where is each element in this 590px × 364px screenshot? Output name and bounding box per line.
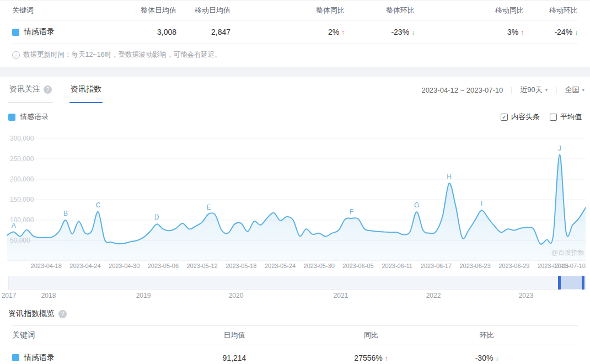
peak-label: A bbox=[12, 222, 16, 229]
y-tick-label: 250,000 bbox=[10, 155, 34, 163]
data-update-note: i 数据更新时间：每天12~16时，受数据波动影响，可能会有延迟。 bbox=[0, 44, 590, 67]
peak-label: E bbox=[206, 204, 211, 211]
section-divider bbox=[0, 67, 590, 77]
keyword-color-swatch bbox=[12, 29, 19, 36]
chevron-down-icon: ▾ bbox=[582, 87, 584, 93]
legend-color-swatch bbox=[8, 114, 15, 121]
period-dropdown[interactable]: 近90天 ▾ bbox=[520, 85, 548, 95]
x-tick-label: 2023-04-18 bbox=[31, 263, 62, 269]
mom-value: -30% ↓ bbox=[396, 354, 578, 362]
overview-table: 关键词 日均值 同比 环比 情感语录 91,214 27556% ↑ -30% … bbox=[0, 325, 590, 364]
trend-area-chart[interactable]: 50,000100,000150,000200,000250,000300,00… bbox=[0, 129, 590, 261]
keyword-summary-table: 关键词 整体日均值 移动日均值 整体同比 整体环比 移动同比 移动环比 情感语录… bbox=[0, 0, 590, 44]
overview-table-row: 情感语录 91,214 27556% ↑ -30% ↓ bbox=[12, 345, 578, 364]
x-tick-label: 2023-05-24 bbox=[265, 263, 296, 269]
col-keyword: 关键词 bbox=[12, 6, 110, 15]
daily-avg-value: 91,214 bbox=[122, 354, 346, 362]
overall-mom-value: -23% ↓ bbox=[345, 28, 415, 36]
chart-legend-row: 情感语录 ✓ 内容头条 ✓ 平均值 bbox=[0, 103, 590, 122]
peak-label: J bbox=[558, 144, 561, 152]
chart-options: ✓ 内容头条 ✓ 平均值 bbox=[501, 112, 582, 122]
region-dropdown[interactable]: 全国 ▾ bbox=[565, 85, 584, 95]
separator: | bbox=[511, 86, 512, 94]
peak-label: H bbox=[447, 173, 452, 180]
peak-label: F bbox=[350, 208, 353, 216]
x-tick-label: 2023-05-30 bbox=[304, 263, 335, 269]
x-tick-label: 2023-06-05 bbox=[342, 263, 373, 269]
year-label: 2018 bbox=[41, 292, 56, 299]
summary-table-row: 情感语录 3,008 2,847 2% ↑ -23% ↓ 3% ↑ -24% ↓ bbox=[12, 20, 578, 44]
year-label: 2022 bbox=[426, 292, 441, 299]
tab-news-attention[interactable]: 资讯关注 ? bbox=[8, 77, 53, 103]
col-overall-mom: 整体环比 bbox=[345, 6, 415, 15]
keyword-cell: 情感语录 bbox=[12, 27, 110, 37]
y-tick-label: 150,000 bbox=[10, 196, 34, 204]
summary-table-header: 关键词 整体日均值 移动日均值 整体同比 整体环比 移动同比 移动环比 bbox=[12, 1, 578, 20]
overall-yoy-value: 2% ↑ bbox=[230, 28, 345, 36]
y-tick-label: 200,000 bbox=[10, 175, 34, 183]
legend-label: 情感语录 bbox=[20, 112, 49, 122]
col-overall-yoy: 整体同比 bbox=[230, 6, 345, 15]
timeline-range-slider[interactable] bbox=[8, 276, 586, 290]
x-tick-label: 2023-05-06 bbox=[148, 263, 179, 269]
peak-label: I bbox=[481, 200, 482, 207]
slider-handle-right[interactable] bbox=[582, 276, 584, 290]
help-icon[interactable]: ? bbox=[58, 310, 67, 318]
chart-tabs-row: 资讯关注 ? 资讯指数 2023-04-12 ~ 2023-07-10 | 近9… bbox=[0, 77, 590, 103]
chevron-down-icon: ▾ bbox=[545, 87, 548, 93]
mobile-mom-value: -24% ↓ bbox=[524, 28, 578, 36]
peak-label: C bbox=[96, 201, 101, 209]
series-legend: 情感语录 bbox=[8, 112, 49, 122]
y-tick-label: 50,000 bbox=[10, 237, 30, 244]
year-label: 2023 bbox=[519, 292, 534, 299]
peak-label: G bbox=[414, 201, 419, 209]
checkbox-content-headlines[interactable]: ✓ 内容头条 bbox=[501, 112, 540, 122]
separator: | bbox=[555, 86, 557, 94]
slider-selection[interactable] bbox=[559, 276, 583, 289]
chart-controls: 2023-04-12 ~ 2023-07-10 | 近90天 ▾ | 全国 ▾ bbox=[421, 77, 584, 103]
keyword-label: 情感语录 bbox=[24, 353, 55, 363]
year-label: 2021 bbox=[334, 292, 348, 299]
x-tick-label: 2023-04-24 bbox=[69, 263, 100, 269]
col-daily-avg: 日均值 bbox=[122, 330, 346, 340]
peak-label: D bbox=[154, 213, 159, 221]
up-arrow-icon: ↑ bbox=[385, 355, 388, 362]
col-mobile-yoy: 移动同比 bbox=[415, 6, 524, 15]
x-tick-label: 2023-06-23 bbox=[459, 263, 490, 269]
yoy-value: 27556% ↑ bbox=[346, 354, 396, 362]
col-yoy: 同比 bbox=[346, 330, 396, 340]
help-icon[interactable]: ? bbox=[44, 85, 52, 94]
peak-label: B bbox=[63, 210, 68, 217]
overview-section-title: 资讯指数概览 ? bbox=[0, 301, 590, 319]
x-tick-label: 2023-06-11 bbox=[382, 263, 412, 269]
x-tick-label: 2023-07-10 bbox=[555, 263, 586, 269]
tabs: 资讯关注 ? 资讯指数 bbox=[8, 77, 103, 103]
year-label: 2020 bbox=[229, 292, 244, 299]
area-fill bbox=[7, 155, 586, 261]
tab-news-index[interactable]: 资讯指数 bbox=[69, 77, 103, 103]
note-text: 数据更新时间：每天12~16时，受数据波动影响，可能会有延迟。 bbox=[23, 50, 222, 60]
checkbox-average[interactable]: ✓ 平均值 bbox=[550, 112, 582, 122]
down-arrow-icon: ↓ bbox=[575, 29, 578, 36]
col-mobile-daily-avg: 移动日均值 bbox=[176, 6, 230, 15]
slider-handle-left[interactable] bbox=[558, 276, 561, 290]
year-label: 2019 bbox=[136, 292, 151, 299]
info-icon: i bbox=[12, 51, 20, 59]
col-mobile-mom: 移动环比 bbox=[524, 6, 578, 15]
keyword-color-swatch bbox=[12, 354, 19, 361]
x-tick-label: 2023-06-17 bbox=[421, 263, 452, 269]
col-mom: 环比 bbox=[396, 330, 578, 340]
overall-daily-avg-value: 3,008 bbox=[110, 28, 176, 36]
x-tick-label: 2023-05-18 bbox=[226, 263, 256, 269]
baidu-index-watermark: @百度指数 bbox=[551, 248, 584, 258]
date-range[interactable]: 2023-04-12 ~ 2023-07-10 bbox=[421, 86, 503, 94]
checkbox-icon: ✓ bbox=[501, 114, 508, 121]
x-tick-label: 2023-06-29 bbox=[498, 263, 529, 269]
x-tick-label: 2023-04-30 bbox=[109, 263, 140, 269]
timeline-year-labels: 2017201820192020202120222023 bbox=[0, 290, 590, 301]
checkbox-icon: ✓ bbox=[550, 114, 557, 121]
keyword-cell: 情感语录 bbox=[12, 353, 122, 363]
year-label: 2017 bbox=[2, 292, 17, 299]
x-tick-label: 2023-05-12 bbox=[186, 263, 217, 269]
mobile-yoy-value: 3% ↑ bbox=[415, 28, 524, 36]
